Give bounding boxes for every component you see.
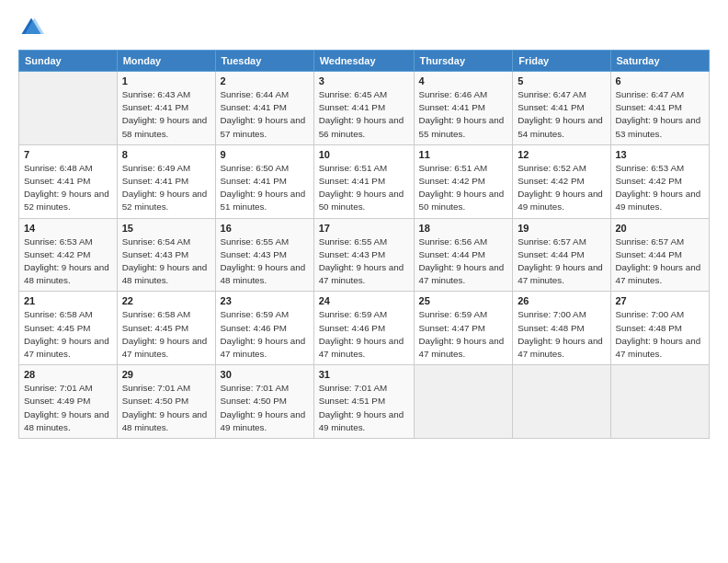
day-number: 28 xyxy=(24,369,112,380)
day-info: Sunrise: 6:49 AM Sunset: 4:41 PM Dayligh… xyxy=(122,162,210,214)
calendar-cell: 5Sunrise: 6:47 AM Sunset: 4:41 PM Daylig… xyxy=(513,72,610,145)
calendar-cell: 16Sunrise: 6:55 AM Sunset: 4:43 PM Dayli… xyxy=(215,218,313,292)
calendar-header-cell-friday: Friday xyxy=(513,51,610,72)
day-info: Sunrise: 6:50 AM Sunset: 4:41 PM Dayligh… xyxy=(221,162,309,214)
day-number: 7 xyxy=(24,149,112,160)
day-info: Sunrise: 6:59 AM Sunset: 4:46 PM Dayligh… xyxy=(319,308,409,361)
calendar-body: 1Sunrise: 6:43 AM Sunset: 4:41 PM Daylig… xyxy=(19,72,710,439)
calendar-week-row: 28Sunrise: 7:01 AM Sunset: 4:49 PM Dayli… xyxy=(19,365,710,439)
day-info: Sunrise: 6:51 AM Sunset: 4:42 PM Dayligh… xyxy=(419,162,508,214)
calendar-cell: 28Sunrise: 7:01 AM Sunset: 4:49 PM Dayli… xyxy=(19,365,118,439)
day-number: 12 xyxy=(518,149,605,160)
calendar-header: SundayMondayTuesdayWednesdayThursdayFrid… xyxy=(19,51,710,72)
calendar-header-cell-tuesday: Tuesday xyxy=(215,51,313,72)
day-number: 21 xyxy=(24,295,112,306)
day-info: Sunrise: 7:01 AM Sunset: 4:51 PM Dayligh… xyxy=(319,382,409,434)
day-info: Sunrise: 6:58 AM Sunset: 4:45 PM Dayligh… xyxy=(24,308,112,361)
day-info: Sunrise: 6:48 AM Sunset: 4:41 PM Dayligh… xyxy=(24,162,112,214)
day-number: 24 xyxy=(319,295,409,306)
day-info: Sunrise: 6:55 AM Sunset: 4:43 PM Dayligh… xyxy=(319,236,409,288)
day-number: 19 xyxy=(518,223,605,234)
calendar-cell: 1Sunrise: 6:43 AM Sunset: 4:41 PM Daylig… xyxy=(117,72,215,145)
calendar-cell: 12Sunrise: 6:52 AM Sunset: 4:42 PM Dayli… xyxy=(513,144,610,218)
day-info: Sunrise: 6:47 AM Sunset: 4:41 PM Dayligh… xyxy=(616,88,705,141)
calendar-header-cell-wednesday: Wednesday xyxy=(313,51,414,72)
day-number: 3 xyxy=(319,75,409,86)
calendar-cell xyxy=(414,365,513,439)
day-number: 31 xyxy=(319,369,409,380)
day-info: Sunrise: 6:54 AM Sunset: 4:43 PM Dayligh… xyxy=(122,236,210,288)
day-number: 13 xyxy=(616,149,705,160)
day-number: 17 xyxy=(319,223,409,234)
calendar-cell: 20Sunrise: 6:57 AM Sunset: 4:44 PM Dayli… xyxy=(610,218,710,292)
calendar-cell: 31Sunrise: 7:01 AM Sunset: 4:51 PM Dayli… xyxy=(313,365,414,439)
calendar-cell xyxy=(19,72,118,145)
calendar-cell: 13Sunrise: 6:53 AM Sunset: 4:42 PM Dayli… xyxy=(610,144,710,218)
day-info: Sunrise: 7:00 AM Sunset: 4:48 PM Dayligh… xyxy=(616,308,705,361)
calendar-header-cell-saturday: Saturday xyxy=(610,51,710,72)
day-info: Sunrise: 6:57 AM Sunset: 4:44 PM Dayligh… xyxy=(518,236,605,288)
day-info: Sunrise: 6:43 AM Sunset: 4:41 PM Dayligh… xyxy=(122,88,210,141)
calendar-cell: 18Sunrise: 6:56 AM Sunset: 4:44 PM Dayli… xyxy=(414,218,513,292)
calendar-cell: 27Sunrise: 7:00 AM Sunset: 4:48 PM Dayli… xyxy=(610,292,710,365)
calendar-cell: 9Sunrise: 6:50 AM Sunset: 4:41 PM Daylig… xyxy=(215,144,313,218)
calendar-cell: 7Sunrise: 6:48 AM Sunset: 4:41 PM Daylig… xyxy=(19,144,118,218)
calendar-table: SundayMondayTuesdayWednesdayThursdayFrid… xyxy=(18,50,710,439)
day-info: Sunrise: 6:53 AM Sunset: 4:42 PM Dayligh… xyxy=(24,236,112,288)
calendar-cell: 11Sunrise: 6:51 AM Sunset: 4:42 PM Dayli… xyxy=(414,144,513,218)
day-info: Sunrise: 6:51 AM Sunset: 4:41 PM Dayligh… xyxy=(319,162,409,214)
day-number: 15 xyxy=(122,223,210,234)
calendar-header-cell-sunday: Sunday xyxy=(19,51,118,72)
calendar-week-row: 7Sunrise: 6:48 AM Sunset: 4:41 PM Daylig… xyxy=(19,144,710,218)
day-number: 20 xyxy=(616,223,705,234)
calendar-week-row: 14Sunrise: 6:53 AM Sunset: 4:42 PM Dayli… xyxy=(19,218,710,292)
calendar-cell: 25Sunrise: 6:59 AM Sunset: 4:47 PM Dayli… xyxy=(414,292,513,365)
calendar-header-row: SundayMondayTuesdayWednesdayThursdayFrid… xyxy=(19,51,710,72)
calendar-cell: 2Sunrise: 6:44 AM Sunset: 4:41 PM Daylig… xyxy=(215,72,313,145)
day-number: 11 xyxy=(419,149,508,160)
calendar-cell: 15Sunrise: 6:54 AM Sunset: 4:43 PM Dayli… xyxy=(117,218,215,292)
calendar-week-row: 21Sunrise: 6:58 AM Sunset: 4:45 PM Dayli… xyxy=(19,292,710,365)
calendar-cell xyxy=(513,365,610,439)
calendar-cell: 29Sunrise: 7:01 AM Sunset: 4:50 PM Dayli… xyxy=(117,365,215,439)
day-info: Sunrise: 7:01 AM Sunset: 4:50 PM Dayligh… xyxy=(221,382,309,434)
day-info: Sunrise: 6:53 AM Sunset: 4:42 PM Dayligh… xyxy=(616,162,705,214)
day-number: 30 xyxy=(221,369,309,380)
day-number: 10 xyxy=(319,149,409,160)
calendar-cell: 4Sunrise: 6:46 AM Sunset: 4:41 PM Daylig… xyxy=(414,72,513,145)
day-number: 4 xyxy=(419,75,508,86)
day-info: Sunrise: 6:45 AM Sunset: 4:41 PM Dayligh… xyxy=(319,88,409,141)
day-number: 14 xyxy=(24,223,112,234)
day-info: Sunrise: 6:55 AM Sunset: 4:43 PM Dayligh… xyxy=(221,236,309,288)
day-number: 5 xyxy=(518,75,605,86)
day-number: 29 xyxy=(122,369,210,380)
day-number: 23 xyxy=(221,295,309,306)
calendar-cell: 26Sunrise: 7:00 AM Sunset: 4:48 PM Dayli… xyxy=(513,292,610,365)
day-info: Sunrise: 6:58 AM Sunset: 4:45 PM Dayligh… xyxy=(122,308,210,361)
day-info: Sunrise: 6:57 AM Sunset: 4:44 PM Dayligh… xyxy=(616,236,705,288)
day-info: Sunrise: 6:47 AM Sunset: 4:41 PM Dayligh… xyxy=(518,88,605,141)
day-number: 25 xyxy=(419,295,508,306)
calendar-header-cell-monday: Monday xyxy=(117,51,215,72)
day-number: 8 xyxy=(122,149,210,160)
day-info: Sunrise: 6:46 AM Sunset: 4:41 PM Dayligh… xyxy=(419,88,508,141)
calendar-week-row: 1Sunrise: 6:43 AM Sunset: 4:41 PM Daylig… xyxy=(19,72,710,145)
calendar-cell: 24Sunrise: 6:59 AM Sunset: 4:46 PM Dayli… xyxy=(313,292,414,365)
day-number: 16 xyxy=(221,223,309,234)
header xyxy=(18,15,710,40)
logo-icon xyxy=(18,15,44,40)
day-info: Sunrise: 6:59 AM Sunset: 4:47 PM Dayligh… xyxy=(419,308,508,361)
day-info: Sunrise: 7:00 AM Sunset: 4:48 PM Dayligh… xyxy=(518,308,605,361)
day-number: 9 xyxy=(221,149,309,160)
calendar-cell: 22Sunrise: 6:58 AM Sunset: 4:45 PM Dayli… xyxy=(117,292,215,365)
calendar-cell: 30Sunrise: 7:01 AM Sunset: 4:50 PM Dayli… xyxy=(215,365,313,439)
calendar-cell: 23Sunrise: 6:59 AM Sunset: 4:46 PM Dayli… xyxy=(215,292,313,365)
calendar-cell: 17Sunrise: 6:55 AM Sunset: 4:43 PM Dayli… xyxy=(313,218,414,292)
calendar-cell: 14Sunrise: 6:53 AM Sunset: 4:42 PM Dayli… xyxy=(19,218,118,292)
day-info: Sunrise: 6:56 AM Sunset: 4:44 PM Dayligh… xyxy=(419,236,508,288)
day-number: 22 xyxy=(122,295,210,306)
calendar-cell: 19Sunrise: 6:57 AM Sunset: 4:44 PM Dayli… xyxy=(513,218,610,292)
calendar-header-cell-thursday: Thursday xyxy=(414,51,513,72)
day-info: Sunrise: 7:01 AM Sunset: 4:50 PM Dayligh… xyxy=(122,382,210,434)
day-number: 1 xyxy=(122,75,210,86)
